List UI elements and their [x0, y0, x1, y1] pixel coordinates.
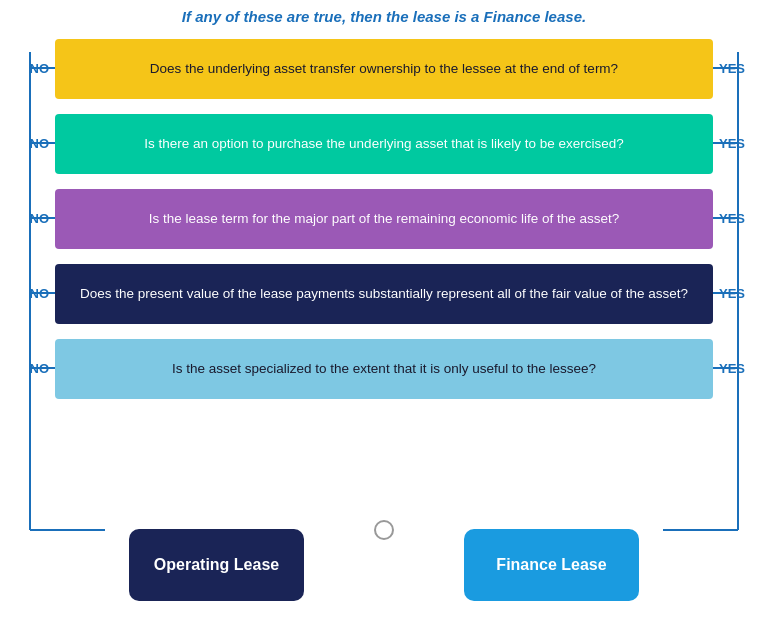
question-box-3: Is the lease term for the major part of … — [55, 189, 713, 249]
yes-label-5: YES — [713, 361, 768, 376]
bottom-row: Operating Lease Finance Lease — [0, 522, 768, 607]
yes-label-4: YES — [713, 286, 768, 301]
yes-label-1: YES — [713, 61, 768, 76]
question-box-5: Is the asset specialized to the extent t… — [55, 339, 713, 399]
no-label-5: NO — [0, 361, 55, 376]
no-label-3: NO — [0, 211, 55, 226]
operating-lease-box: Operating Lease — [129, 529, 304, 601]
row-5: NO Is the asset specialized to the exten… — [0, 331, 768, 406]
no-label-2: NO — [0, 136, 55, 151]
row-3: NO Is the lease term for the major part … — [0, 181, 768, 256]
page-title: If any of these are true, then the lease… — [0, 0, 768, 31]
no-label-1: NO — [0, 61, 55, 76]
no-label-4: NO — [0, 286, 55, 301]
finance-lease-box: Finance Lease — [464, 529, 639, 601]
row-2: NO Is there an option to purchase the un… — [0, 106, 768, 181]
question-box-4: Does the present value of the lease paym… — [55, 264, 713, 324]
yes-label-2: YES — [713, 136, 768, 151]
question-box-1: Does the underlying asset transfer owner… — [55, 39, 713, 99]
row-4: NO Does the present value of the lease p… — [0, 256, 768, 331]
question-box-2: Is there an option to purchase the under… — [55, 114, 713, 174]
main-container: If any of these are true, then the lease… — [0, 0, 768, 625]
yes-label-3: YES — [713, 211, 768, 226]
row-1: NO Does the underlying asset transfer ow… — [0, 31, 768, 106]
flowchart: NO Does the underlying asset transfer ow… — [0, 31, 768, 406]
